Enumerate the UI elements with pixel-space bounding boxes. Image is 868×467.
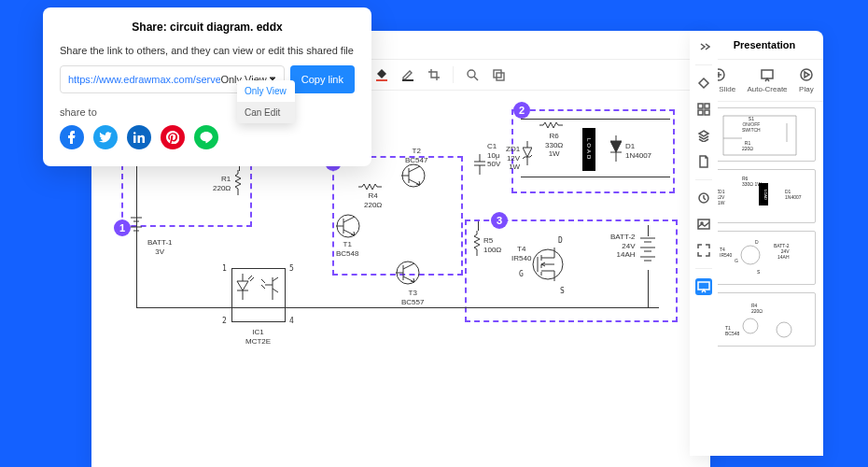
- share-url-input[interactable]: [68, 74, 220, 85]
- permission-dropdown: Only View Can Edit: [237, 80, 295, 123]
- label-c1: C110μ50V: [487, 142, 500, 169]
- label-zd1: ZD112V1W: [506, 145, 520, 172]
- svg-point-26: [743, 318, 758, 333]
- resistor-r5-symbol: [472, 231, 482, 259]
- theme-icon[interactable]: [695, 75, 712, 92]
- label-r5: R5100Ω: [483, 236, 501, 254]
- svg-rect-17: [705, 110, 709, 115]
- collapse-icon[interactable]: [695, 38, 712, 55]
- svg-rect-28: [133, 135, 136, 143]
- svg-rect-3: [376, 79, 387, 81]
- play-button[interactable]: Play: [799, 67, 814, 93]
- transistor-t3-symbol: [396, 261, 420, 285]
- capacitor-c1-symbol: [474, 154, 485, 175]
- battery-2-symbol: [640, 234, 655, 268]
- resistor-r6-symbol: [539, 120, 566, 130]
- share-dialog: Share: circuit diagram. eddx Share the l…: [43, 7, 371, 166]
- history-icon[interactable]: [695, 190, 712, 206]
- fullscreen-icon[interactable]: [695, 242, 712, 259]
- badge-3: 3: [491, 212, 508, 229]
- resistor-r4-symbol: [358, 182, 385, 191]
- copy-link-button[interactable]: Copy link: [290, 65, 355, 93]
- line-button[interactable]: [194, 125, 218, 149]
- label-t4: T4IR540: [511, 245, 531, 262]
- svg-point-5: [468, 70, 475, 78]
- share-to-label: share to: [60, 106, 355, 118]
- right-icon-rail: [690, 31, 718, 456]
- diode-d1-symbol: [610, 135, 622, 162]
- presentation-rail-icon[interactable]: [695, 278, 712, 295]
- line-color-icon[interactable]: [400, 67, 415, 82]
- social-buttons: [60, 125, 355, 149]
- resistor-r1-symbol: [233, 170, 243, 198]
- transistor-t1-symbol: [336, 214, 360, 238]
- transistor-t2-symbol: [401, 163, 426, 188]
- crop-icon[interactable]: [427, 67, 441, 82]
- label-d1: D11N4007: [625, 142, 651, 160]
- label-t4-s: S: [560, 287, 565, 296]
- led-symbol: [235, 274, 256, 302]
- svg-rect-6: [494, 70, 501, 78]
- page-icon[interactable]: [695, 153, 712, 170]
- label-ic1: IC1MCT2E: [245, 328, 271, 346]
- svg-rect-15: [705, 104, 709, 108]
- svg-point-25: [741, 246, 760, 264]
- ic1-pin1: 1: [222, 264, 227, 274]
- linkedin-button[interactable]: [127, 125, 151, 149]
- facebook-button[interactable]: [60, 125, 84, 149]
- layers-rail-icon[interactable]: [695, 127, 712, 144]
- mosfet-t4-symbol: [532, 248, 564, 281]
- presentation-title: Presentation: [715, 39, 814, 50]
- label-t3: T3BC557: [401, 289, 424, 306]
- permission-only-view[interactable]: Only View: [237, 80, 295, 102]
- label-t4-d: D: [558, 236, 563, 246]
- label-t4-g: G: [519, 270, 524, 279]
- share-title: Share: circuit diagram. eddx: [60, 21, 355, 34]
- badge-1: 1: [114, 219, 131, 236]
- twitter-button[interactable]: [93, 125, 118, 149]
- ic1-pin5: 5: [289, 264, 294, 274]
- badge-2: 2: [513, 102, 530, 119]
- pinterest-button[interactable]: [161, 125, 185, 149]
- grid-icon[interactable]: [695, 101, 712, 118]
- svg-point-27: [777, 322, 791, 337]
- ic1-pin2: 2: [222, 317, 227, 326]
- search-icon[interactable]: [465, 67, 480, 82]
- label-batt2: BATT-224V14AH: [610, 233, 636, 260]
- share-description: Share the link to others, and they can v…: [60, 45, 355, 56]
- phototransistor-symbol: [261, 276, 282, 302]
- label-batt1: BATT-13V: [147, 238, 173, 256]
- label-t2: T2BC547: [405, 147, 427, 164]
- zener-zd1-symbol: [523, 141, 532, 165]
- auto-create-button[interactable]: Auto-Create: [747, 67, 787, 93]
- permission-can-edit[interactable]: Can Edit: [237, 102, 295, 123]
- load-block: LOAD: [582, 128, 595, 171]
- svg-rect-7: [497, 73, 504, 80]
- layers-icon[interactable]: [491, 67, 506, 82]
- ic1-pin4: 4: [289, 317, 294, 326]
- svg-rect-4: [402, 79, 413, 81]
- label-t1: T1BC548: [336, 240, 358, 258]
- label-r6: R6330Ω1W: [545, 132, 563, 159]
- svg-rect-14: [698, 104, 703, 108]
- image-icon[interactable]: [695, 216, 712, 233]
- label-r4: R4220Ω: [364, 191, 382, 209]
- fill-color-icon[interactable]: [374, 67, 389, 82]
- svg-point-29: [133, 132, 136, 134]
- label-r1: R1220Ω: [213, 175, 231, 192]
- svg-rect-16: [698, 110, 703, 115]
